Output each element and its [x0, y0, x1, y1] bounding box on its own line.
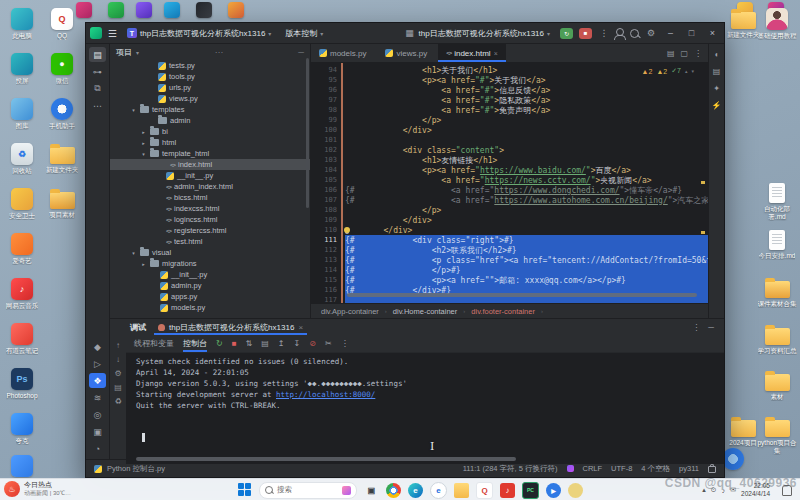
tree-chevron-icon[interactable]: ▾ — [130, 250, 137, 256]
line-number[interactable]: 107 — [311, 196, 345, 204]
tree-row[interactable]: views.py — [110, 93, 310, 104]
desktop-shortcut[interactable]: 今日安排.md — [757, 230, 797, 260]
console-action-icon[interactable]: ■ — [232, 339, 237, 348]
debug-strip-icon[interactable]: ↑ — [116, 341, 120, 350]
tool-window-icon[interactable]: ⧉ — [89, 81, 106, 96]
window-minimize-button[interactable]: – — [663, 28, 678, 38]
line-number[interactable]: 100 — [311, 126, 345, 134]
debug-strip-icon[interactable]: ⚙ — [114, 369, 121, 378]
tree-row[interactable]: ▸ bi — [110, 126, 310, 137]
taskbar-clock[interactable]: 22:05 2024/4/14 — [741, 482, 770, 498]
editor-tab[interactable]: <> index.html × — [438, 44, 506, 62]
line-number[interactable]: 101 — [311, 136, 345, 144]
tab-close-icon[interactable]: × — [494, 50, 498, 57]
taskbar-app-icon[interactable]: Q — [476, 482, 493, 499]
tool-window-icon[interactable]: ⊶ — [89, 64, 106, 79]
desktop-shortcut[interactable]: 安全卫士 — [2, 188, 42, 220]
tree-row[interactable]: <> indexcss.html — [110, 203, 310, 214]
editor-hscrollbar[interactable] — [347, 293, 697, 297]
news-widget[interactable]: ♨ 今日热点 动画新闻 | 30℃… — [4, 481, 71, 497]
console-action-icon[interactable]: ↻ — [216, 339, 223, 348]
console-hscrollbar[interactable] — [136, 457, 516, 461]
warning-stripe-mark[interactable] — [701, 181, 705, 184]
inspections-widget[interactable]: ▲2 ▲2 ✓7 ▴ ▾ — [642, 67, 694, 75]
tool-window-icon[interactable]: ⋯ — [89, 98, 106, 113]
line-number[interactable]: 114 — [311, 266, 345, 274]
right-tool-icon[interactable]: ▤ — [713, 67, 721, 76]
file-encoding[interactable]: UTF-8 — [611, 464, 632, 473]
taskbar-app-icon[interactable]: PC — [522, 482, 539, 499]
tool-window-icon[interactable]: ≋ — [89, 390, 106, 405]
desktop-icon[interactable] — [108, 2, 124, 18]
window-close-button[interactable]: × — [705, 28, 720, 38]
desktop-shortcut[interactable]: 有道云笔记 — [2, 323, 42, 355]
breadcrumb-item[interactable]: div.App-container — [321, 307, 379, 316]
console-action-icon[interactable]: ▤ — [261, 339, 269, 348]
console-action-icon[interactable]: ✂ — [325, 339, 332, 348]
desktop-shortcut[interactable]: Ps Photoshop — [2, 368, 42, 400]
more-actions-icon[interactable]: ⋮ — [598, 28, 610, 38]
line-number[interactable]: 104 — [311, 166, 345, 174]
line-number[interactable]: 102 — [311, 146, 345, 154]
next-issue-icon[interactable]: ▾ — [691, 68, 694, 74]
tree-row[interactable]: tools.py — [110, 71, 310, 82]
line-number[interactable]: 111 — [311, 236, 345, 244]
line-number[interactable]: 105 — [311, 176, 345, 184]
tree-row[interactable]: admin.py — [110, 280, 310, 291]
line-number[interactable]: 99 — [311, 116, 345, 124]
taskbar-app-icon[interactable]: ▶ — [546, 483, 561, 498]
console-action-icon[interactable]: ↥ — [278, 339, 285, 348]
debug-strip-icon[interactable]: ▤ — [114, 383, 122, 392]
editor-tab[interactable]: views.py — [377, 44, 438, 62]
taskbar-app-icon[interactable] — [386, 483, 401, 498]
tool-window-icon[interactable]: ▣ — [89, 424, 106, 439]
debug-rerun-button[interactable]: ↻ — [560, 28, 573, 39]
desktop-shortcut[interactable]: 课件素材合集 — [757, 277, 797, 308]
window-maximize-button[interactable]: □ — [684, 28, 699, 38]
taskbar-app-icon[interactable]: e — [430, 482, 447, 499]
desktop-shortcut[interactable]: 夸克 — [2, 413, 42, 445]
right-tool-icon[interactable]: ◖ — [714, 50, 719, 59]
taskbar-app-icon[interactable]: ▣ — [364, 483, 379, 498]
taskbar-app-icon[interactable]: e — [408, 483, 423, 498]
taskbar-app-icon[interactable] — [568, 483, 583, 498]
desktop-shortcut[interactable]: 投屏 — [2, 53, 42, 85]
tree-row[interactable]: urls.py — [110, 82, 310, 93]
tree-row[interactable]: <> test.html — [110, 236, 310, 247]
taskbar-app-icon[interactable]: ♪ — [500, 483, 515, 498]
user-account-icon[interactable] — [616, 28, 624, 36]
line-number[interactable]: 113 — [311, 256, 345, 264]
desktop-shortcut[interactable]: Q QQ — [42, 8, 82, 40]
tree-chevron-icon[interactable]: ▸ — [140, 261, 147, 267]
indent-style[interactable]: 4 个空格 — [641, 464, 670, 474]
line-number[interactable]: 116 — [311, 286, 345, 294]
interpreter[interactable]: py311 — [679, 464, 699, 473]
intention-bulb-icon[interactable] — [344, 227, 350, 233]
panel-hide-icon[interactable]: ─ — [298, 48, 304, 57]
tree-row[interactable]: <> index.html — [110, 159, 310, 170]
tool-window-icon[interactable]: ◆ — [89, 339, 106, 354]
line-number[interactable]: 115 — [311, 276, 345, 284]
right-tool-icon[interactable]: ⚡ — [712, 101, 722, 110]
panel-options-icon[interactable]: ⋯ — [215, 48, 223, 57]
desktop-shortcut[interactable]: 手机助手 — [42, 98, 82, 130]
debug-subtab[interactable]: 线程和变量 — [134, 335, 174, 352]
vcs-widget[interactable]: 版本控制 ▾ — [281, 27, 327, 40]
tool-window-icon[interactable]: ❖ — [89, 373, 106, 388]
tree-chevron-icon[interactable]: ▾ — [140, 151, 147, 157]
tree-row[interactable]: __init__.py — [110, 170, 310, 181]
prev-issue-icon[interactable]: ▴ — [685, 68, 688, 74]
desktop-shortcut[interactable]: 图库 — [2, 98, 42, 130]
tree-chevron-icon[interactable]: ▸ — [140, 140, 147, 146]
tree-row[interactable]: __init__.py — [110, 269, 310, 280]
desktop-shortcut[interactable] — [2, 455, 42, 479]
desktop-shortcut[interactable]: ♻ 回收站 — [2, 143, 42, 175]
tree-row[interactable]: admin — [110, 115, 310, 126]
desktop-shortcut[interactable]: 素材 — [757, 370, 797, 401]
desktop-shortcut[interactable]: 自动化部署.md — [757, 183, 797, 221]
line-number[interactable]: 112 — [311, 246, 345, 254]
search-everywhere-icon[interactable] — [630, 29, 639, 38]
tree-row[interactable]: tests.py — [110, 60, 310, 71]
debug-strip-icon[interactable]: ♻ — [114, 397, 121, 406]
stop-button[interactable]: ■ — [579, 28, 592, 39]
